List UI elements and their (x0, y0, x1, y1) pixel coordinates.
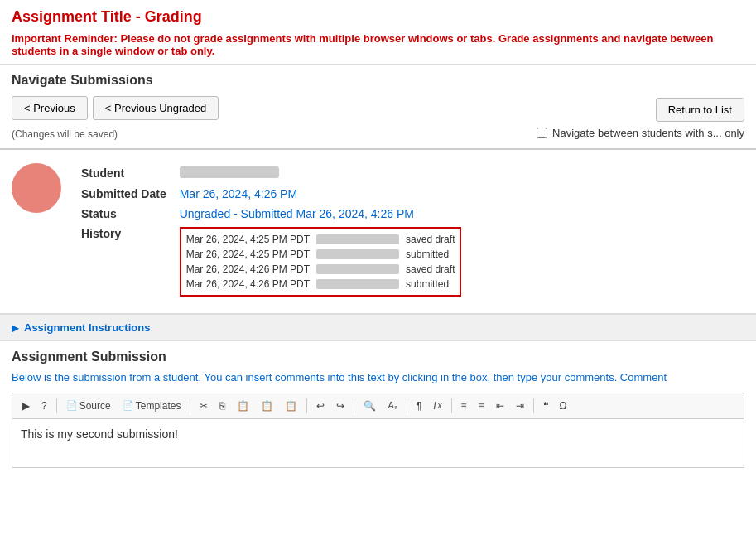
history-date-3: Mar 26, 2024, 4:26 PM PDT (186, 263, 310, 275)
reminder-bar: Important Reminder: Please do not grade … (0, 29, 756, 65)
outdent-btn[interactable]: ⇤ (491, 397, 509, 415)
paste-word-btn[interactable]: 📋 (280, 397, 302, 415)
redo-btn[interactable]: ↪ (331, 397, 349, 415)
expand-arrow-icon: ▶ (12, 322, 19, 334)
student-label: Student (75, 163, 173, 184)
submitted-date-value: Mar 26, 2024, 4:26 PM (173, 184, 469, 204)
history-name-3 (316, 264, 399, 274)
source-btn[interactable]: 📄 Source (61, 397, 116, 415)
special-char-btn[interactable]: Ω (555, 397, 572, 415)
history-row: Mar 26, 2024, 4:25 PM PDT saved draft (186, 232, 455, 247)
sep1 (56, 398, 57, 413)
changes-note: (Changes will be saved) (12, 128, 219, 140)
history-action-4: submitted (406, 278, 449, 290)
templates-label: Templates (136, 400, 181, 412)
submitted-date-label: Submitted Date (75, 184, 173, 204)
navigate-heading: Navigate Submissions (12, 73, 744, 88)
source-icon: 📄 (66, 400, 78, 411)
history-name-1 (316, 234, 399, 244)
ol-btn[interactable]: ≡ (456, 397, 472, 415)
history-table: Mar 26, 2024, 4:25 PM PDT saved draft Ma… (180, 227, 462, 297)
paste-btn[interactable]: 📋 (232, 397, 254, 415)
history-label: History (75, 224, 173, 300)
sep5 (407, 398, 407, 413)
history-date-1: Mar 26, 2024, 4:25 PM PDT (186, 234, 310, 245)
previous-button[interactable]: < Previous (12, 96, 88, 120)
navigate-checkbox-label: Navigate between students with s... only (552, 127, 744, 139)
editor-content: This is my second submission! (21, 427, 178, 441)
previous-ungraded-button[interactable]: < Previous Ungraded (93, 96, 219, 120)
navigate-submissions-section: Navigate Submissions < Previous < Previo… (0, 65, 756, 150)
cut-btn[interactable]: ✂ (195, 397, 213, 415)
search-btn[interactable]: 🔍 (359, 397, 381, 415)
indent-btn[interactable]: ⇥ (511, 397, 529, 415)
history-date-4: Mar 26, 2024, 4:26 PM PDT (186, 278, 310, 290)
student-info-table: Student Submitted Date Mar 26, 2024, 4:2… (75, 163, 744, 300)
page-title: Assignment Title - Grading (0, 0, 756, 29)
editor-area[interactable]: This is my second submission! (12, 418, 744, 468)
return-to-list-button[interactable]: Return to List (656, 98, 744, 122)
templates-btn[interactable]: 📄 Templates (118, 397, 186, 415)
student-section: Student Submitted Date Mar 26, 2024, 4:2… (0, 150, 756, 314)
replace-btn[interactable]: Aₐ (383, 397, 402, 414)
blockquote-btn[interactable]: ❝ (538, 397, 553, 415)
help-btn[interactable]: ? (36, 397, 52, 415)
editor-toolbar: ▶ ? 📄 Source 📄 Templates ✂ ⎘ 📋 📋 📋 ↩ ↪ 🔍… (12, 393, 744, 418)
submission-description: Below is the submission from a student. … (12, 369, 744, 386)
history-date-2: Mar 26, 2024, 4:25 PM PDT (186, 248, 310, 260)
sep6 (451, 398, 452, 413)
status-value: Ungraded - Submitted Mar 26, 2024, 4:26 … (173, 204, 469, 224)
paste-text-btn[interactable]: 📋 (256, 397, 278, 415)
student-name (173, 163, 469, 184)
history-action-1: saved draft (406, 234, 455, 245)
student-avatar (12, 163, 61, 213)
sep2 (190, 398, 190, 413)
history-name-4 (316, 279, 399, 289)
submission-heading: Assignment Submission (12, 350, 744, 364)
source-label: Source (79, 400, 111, 412)
play-btn[interactable]: ▶ (17, 397, 35, 415)
status-label: Status (75, 204, 173, 224)
history-name-2 (316, 249, 399, 259)
navigate-students-checkbox[interactable] (537, 128, 547, 138)
assignment-instructions-link[interactable]: Assignment Instructions (24, 321, 150, 334)
undo-btn[interactable]: ↩ (311, 397, 330, 415)
assignment-submission-section: Assignment Submission Below is the submi… (0, 341, 756, 468)
history-row: Mar 26, 2024, 4:26 PM PDT saved draft (186, 262, 455, 277)
history-row: Mar 26, 2024, 4:26 PM PDT submitted (186, 277, 455, 292)
history-action-3: saved draft (406, 263, 455, 275)
templates-icon: 📄 (123, 400, 134, 411)
assignment-instructions-bar[interactable]: ▶ Assignment Instructions (0, 314, 756, 341)
ul-btn[interactable]: ≡ (474, 397, 489, 415)
history-action-2: submitted (406, 248, 449, 260)
copy-btn[interactable]: ⎘ (214, 397, 230, 415)
history-row: Mar 26, 2024, 4:25 PM PDT submitted (186, 247, 455, 262)
sep4 (354, 398, 354, 413)
history-cell: Mar 26, 2024, 4:25 PM PDT saved draft Ma… (173, 224, 469, 300)
sep7 (533, 398, 534, 413)
remove-format-btn[interactable]: Ix (428, 397, 446, 415)
sep3 (306, 398, 307, 413)
show-blocks-btn[interactable]: ¶ (412, 397, 426, 415)
